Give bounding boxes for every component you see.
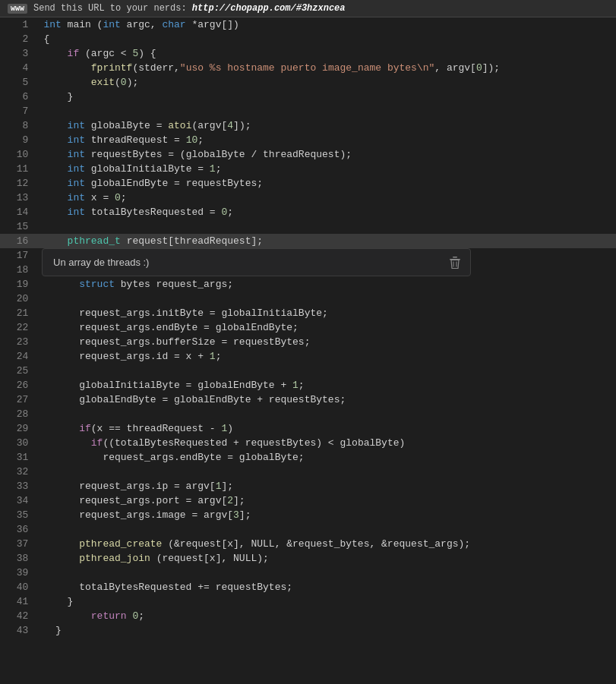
table-row: 8 int globalByte = atoi(argv[4]); xyxy=(0,118,616,133)
line-number: 5 xyxy=(0,75,37,90)
table-row: 7 xyxy=(0,104,616,118)
line-number: 19 xyxy=(0,277,37,292)
line-number: 11 xyxy=(0,162,37,176)
table-row: 40 totalBytesRequested += requestBytes; xyxy=(0,580,616,594)
line-number: 6 xyxy=(0,90,37,104)
line-code: } xyxy=(37,90,616,104)
line-number: 14 xyxy=(0,205,37,219)
line-number: 3 xyxy=(0,46,37,61)
line-number: 16 xyxy=(0,234,37,248)
line-number: 36 xyxy=(0,522,37,537)
line-number: 10 xyxy=(0,147,37,162)
line-code: request_args.id = x + 1; xyxy=(37,349,616,364)
line-number: 17 xyxy=(0,248,37,263)
line-code: return 0; xyxy=(37,609,616,623)
line-code: int globalByte = atoi(argv[4]); xyxy=(37,118,616,133)
table-row: 3 if (argc < 5) { xyxy=(0,46,616,61)
line-code: int totalBytesRequested = 0; xyxy=(37,205,616,219)
table-row: 29 if(x == threadRequest - 1) xyxy=(0,421,616,436)
table-row: 43 } xyxy=(0,623,616,638)
line-code: request_args.ip = argv[1]; xyxy=(37,479,616,493)
table-row: 24 request_args.id = x + 1; xyxy=(0,349,616,364)
line-number: 29 xyxy=(0,421,37,436)
line-code: } xyxy=(37,623,616,638)
line-code: int threadRequest = 10; xyxy=(37,133,616,147)
line-number: 31 xyxy=(0,450,37,465)
table-row: 26 globalInitialByte = globalEndByte + 1… xyxy=(0,378,616,392)
line-number: 15 xyxy=(0,219,37,234)
line-code xyxy=(37,219,616,234)
table-row: 20 xyxy=(0,292,616,306)
line-code: request_args.bufferSize = requestBytes; xyxy=(37,335,616,349)
line-number: 27 xyxy=(0,392,37,407)
line-number: 43 xyxy=(0,623,37,638)
table-row: 10 int requestBytes = (globalByte / thre… xyxy=(0,147,616,162)
line-code: totalBytesRequested += requestBytes; xyxy=(37,580,616,594)
line-code: pthread_t request[threadRequest]; xyxy=(37,234,616,248)
line-code: int requestBytes = (globalByte / threadR… xyxy=(37,147,616,162)
table-row: 30 if((totalBytesRequested + requestByte… xyxy=(0,436,616,450)
table-row: 16 pthread_t request[threadRequest]; xyxy=(0,234,616,248)
line-code xyxy=(37,292,616,306)
table-row: 37 pthread_create (&request[x], NULL, &r… xyxy=(0,537,616,551)
line-code: struct bytes request_args; xyxy=(37,277,616,292)
line-number: 25 xyxy=(0,364,37,378)
line-number: 7 xyxy=(0,104,37,118)
line-code: request_args.port = argv[2]; xyxy=(37,493,616,508)
line-number: 13 xyxy=(0,191,37,205)
line-number: 9 xyxy=(0,133,37,147)
www-badge: www xyxy=(8,4,27,14)
table-row: 4 fprintf(stderr,"uso %s hostname puerto… xyxy=(0,61,616,75)
table-row: 38 pthread_join (request[x], NULL); xyxy=(0,551,616,566)
line-number: 20 xyxy=(0,292,37,306)
line-number: 8 xyxy=(0,118,37,133)
table-row: 5 exit(0); xyxy=(0,75,616,90)
table-row: 12 int globalEndByte = requestBytes; xyxy=(0,176,616,191)
line-code: exit(0); xyxy=(37,75,616,90)
table-row: 23 request_args.bufferSize = requestByte… xyxy=(0,335,616,349)
line-code: request_args.initByte = globalInitialByt… xyxy=(37,306,616,320)
table-row: 6 } xyxy=(0,90,616,104)
line-number: 28 xyxy=(0,407,37,421)
table-row: 9 int threadRequest = 10; xyxy=(0,133,616,147)
table-row: 13 int x = 0; xyxy=(0,191,616,205)
line-code: pthread_join (request[x], NULL); xyxy=(37,551,616,566)
line-code: request_args.endByte = globalByte; xyxy=(37,450,616,465)
line-code: int globalEndByte = requestBytes; xyxy=(37,176,616,191)
line-number: 40 xyxy=(0,580,37,594)
table-row: 25 xyxy=(0,364,616,378)
table-row: 28 xyxy=(0,407,616,421)
line-number: 37 xyxy=(0,537,37,551)
line-code: request_args.image = argv[3]; xyxy=(37,508,616,522)
svg-rect-1 xyxy=(453,257,457,258)
line-code: globalInitialByte = globalEndByte + 1; xyxy=(37,378,616,392)
table-row: 39 xyxy=(0,566,616,580)
table-row: 32 xyxy=(0,465,616,479)
line-code: int globalInitialByte = 1; xyxy=(37,162,616,176)
line-number: 2 xyxy=(0,32,37,46)
table-row: 34 request_args.port = argv[2]; xyxy=(0,493,616,508)
table-row: 2{ xyxy=(0,32,616,46)
table-row: 33 request_args.ip = argv[1]; xyxy=(0,479,616,493)
line-number: 4 xyxy=(0,61,37,75)
line-code: if((totalBytesRequested + requestBytes) … xyxy=(37,436,616,450)
line-number: 42 xyxy=(0,609,37,623)
line-code: } xyxy=(37,594,616,609)
line-number: 18 xyxy=(0,263,37,277)
line-number: 34 xyxy=(0,493,37,508)
line-number: 35 xyxy=(0,508,37,522)
line-code xyxy=(37,566,616,580)
line-number: 33 xyxy=(0,479,37,493)
annotation-delete-button[interactable] xyxy=(440,250,470,276)
top-bar-text: Send this URL to your nerds: http://chop… xyxy=(33,3,345,14)
line-code: fprintf(stderr,"uso %s hostname puerto i… xyxy=(37,61,616,75)
table-row: 35 request_args.image = argv[3]; xyxy=(0,508,616,522)
line-number: 30 xyxy=(0,436,37,450)
line-code: if (argc < 5) { xyxy=(37,46,616,61)
table-row: 21 request_args.initByte = globalInitial… xyxy=(0,306,616,320)
line-code xyxy=(37,104,616,118)
table-row: 42 return 0; xyxy=(0,609,616,623)
table-row: 11 int globalInitialByte = 1; xyxy=(0,162,616,176)
line-code: request_args.endByte = globalEndByte; xyxy=(37,320,616,335)
line-number: 39 xyxy=(0,566,37,580)
